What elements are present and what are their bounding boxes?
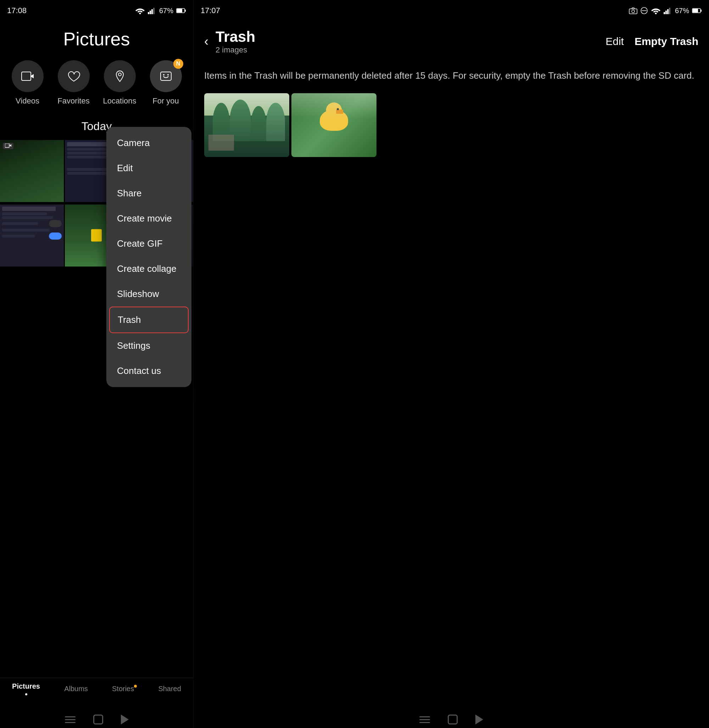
nav-pictures[interactable]: Pictures xyxy=(12,682,40,695)
menu-item-share[interactable]: Share xyxy=(106,181,191,206)
menu-item-slideshow[interactable]: Slideshow xyxy=(106,282,191,306)
for-you-badge: N xyxy=(174,59,183,69)
svg-point-20 xyxy=(655,13,656,15)
svg-rect-16 xyxy=(629,9,637,14)
svg-point-17 xyxy=(632,10,635,13)
trash-title-block: Trash 2 images xyxy=(216,28,598,55)
trash-subtitle: 2 images xyxy=(216,45,598,55)
right-status-icons: 67% xyxy=(629,7,702,15)
location-icon xyxy=(113,69,127,83)
photo-cell-4[interactable] xyxy=(0,204,64,267)
nav-pictures-dot xyxy=(25,693,27,695)
menu-item-create-movie[interactable]: Create movie xyxy=(106,206,191,231)
trash-title: Trash xyxy=(216,28,598,45)
back-button[interactable] xyxy=(121,715,129,724)
svg-point-13 xyxy=(167,74,169,76)
empty-trash-button[interactable]: Empty Trash xyxy=(635,35,698,48)
svg-rect-2 xyxy=(150,11,151,14)
right-battery-icon xyxy=(692,8,702,13)
menu-item-edit[interactable]: Edit xyxy=(106,156,191,181)
trash-images-row xyxy=(194,93,709,157)
locations-icon-wrap xyxy=(104,60,136,92)
nav-shared-label: Shared xyxy=(158,685,181,693)
videos-icon-wrap xyxy=(12,60,44,92)
nav-shared[interactable]: Shared xyxy=(158,685,181,693)
svg-rect-14 xyxy=(5,143,9,147)
qa-item-for-you[interactable]: N For you xyxy=(146,60,185,106)
trash-notice: Items in the Trash will be permanently d… xyxy=(194,62,709,93)
nav-stories-label: Stories xyxy=(112,685,134,693)
qa-item-locations[interactable]: Locations xyxy=(100,60,139,106)
quick-access-row: Videos Favorites Locations xyxy=(0,60,193,106)
svg-rect-23 xyxy=(667,9,668,14)
right-home-button[interactable] xyxy=(448,715,458,724)
for-you-icon-wrap: N xyxy=(150,60,182,92)
home-button[interactable] xyxy=(93,715,103,724)
favorites-label: Favorites xyxy=(57,96,89,106)
svg-rect-27 xyxy=(693,9,698,12)
right-panel: 17:07 xyxy=(193,0,709,728)
camera-status-icon xyxy=(629,7,638,14)
video-icon xyxy=(20,69,35,83)
svg-point-12 xyxy=(163,74,165,76)
battery-icon xyxy=(176,8,186,13)
svg-point-0 xyxy=(139,13,141,15)
svg-rect-1 xyxy=(148,12,149,14)
photo-cell-1[interactable] xyxy=(0,140,64,202)
trash-header: ‹ Trash 2 images Edit Empty Trash xyxy=(194,21,709,62)
menu-item-settings[interactable]: Settings xyxy=(106,333,191,358)
for-you-icon xyxy=(159,69,173,83)
stories-dot xyxy=(134,685,137,687)
dnd-icon xyxy=(640,7,648,15)
header-actions: Edit Empty Trash xyxy=(605,35,698,48)
svg-rect-24 xyxy=(669,8,670,14)
left-panel: 17:08 67% Pictures xyxy=(0,0,193,728)
svg-rect-3 xyxy=(152,9,153,14)
back-arrow-button[interactable]: ‹ xyxy=(204,34,209,49)
trash-image-2[interactable] xyxy=(292,93,376,157)
menu-item-camera[interactable]: Camera xyxy=(106,130,191,156)
favorites-icon-wrap xyxy=(58,60,90,92)
left-status-bar: 17:08 67% xyxy=(0,0,193,21)
nav-albums[interactable]: Albums xyxy=(64,685,88,693)
svg-rect-6 xyxy=(185,10,186,12)
heart-icon xyxy=(67,69,81,83)
context-menu: Camera Edit Share Create movie Create GI… xyxy=(106,127,191,387)
locations-label: Locations xyxy=(103,96,136,106)
edit-button[interactable]: Edit xyxy=(605,35,624,48)
for-you-label: For you xyxy=(152,96,179,106)
right-time: 17:07 xyxy=(201,6,220,15)
menu-item-trash[interactable]: Trash xyxy=(109,306,188,333)
right-wifi-icon xyxy=(651,7,661,14)
menu-item-create-collage[interactable]: Create collage xyxy=(106,256,191,282)
signal-icon xyxy=(148,7,156,14)
menu-item-create-gif[interactable]: Create GIF xyxy=(106,231,191,256)
bottom-nav: Pictures Albums Stories Shared xyxy=(0,678,193,700)
trash-image-1[interactable] xyxy=(204,93,289,157)
svg-marker-15 xyxy=(9,144,11,147)
svg-rect-21 xyxy=(664,12,665,14)
svg-rect-11 xyxy=(160,72,171,80)
right-status-bar: 17:07 xyxy=(194,0,709,21)
menu-item-contact-us[interactable]: Contact us xyxy=(106,358,191,384)
left-status-icons: 67% xyxy=(135,7,186,15)
qa-item-favorites[interactable]: Favorites xyxy=(54,60,93,106)
page-title: Pictures xyxy=(0,28,193,50)
svg-rect-8 xyxy=(22,72,31,80)
right-battery: 67% xyxy=(675,7,689,15)
svg-rect-7 xyxy=(177,9,182,12)
svg-rect-26 xyxy=(700,10,702,12)
left-time: 17:08 xyxy=(7,6,26,15)
wifi-icon xyxy=(135,7,145,14)
right-signal-icon xyxy=(664,7,672,14)
svg-point-10 xyxy=(118,73,121,76)
right-back-button[interactable] xyxy=(476,715,483,724)
right-hamburger-icon xyxy=(419,716,430,723)
svg-rect-22 xyxy=(665,11,667,14)
nav-albums-label: Albums xyxy=(64,685,88,693)
left-battery: 67% xyxy=(159,7,174,15)
right-home-indicator xyxy=(419,715,483,724)
qa-item-videos[interactable]: Videos xyxy=(8,60,47,106)
videos-label: Videos xyxy=(16,96,39,106)
nav-stories[interactable]: Stories xyxy=(112,685,134,693)
